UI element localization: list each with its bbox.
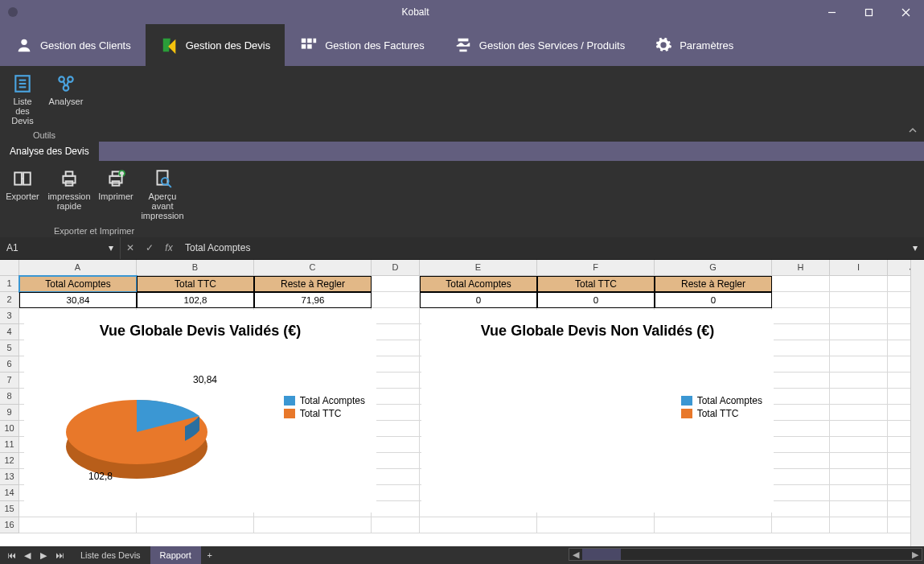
- cell[interactable]: [372, 517, 420, 533]
- horizontal-scrollbar[interactable]: ◀ ▶: [569, 548, 922, 561]
- row-header[interactable]: 11: [0, 437, 19, 453]
- cell[interactable]: [372, 405, 420, 421]
- cell[interactable]: [372, 389, 420, 405]
- cell[interactable]: [772, 308, 830, 324]
- cell[interactable]: [830, 421, 888, 437]
- fx-button[interactable]: fx: [159, 242, 179, 253]
- cell[interactable]: [830, 356, 888, 373]
- col-header[interactable]: H: [772, 260, 830, 276]
- btn-impression-rapide[interactable]: impression rapide: [47, 166, 92, 222]
- col-header[interactable]: B: [137, 260, 254, 276]
- cell[interactable]: [772, 276, 830, 292]
- cell[interactable]: [888, 421, 910, 437]
- cell[interactable]: [372, 437, 420, 453]
- cell[interactable]: [888, 517, 910, 533]
- cell[interactable]: [372, 485, 420, 501]
- expand-formula-icon[interactable]: ▾: [913, 242, 918, 253]
- cell[interactable]: [830, 308, 888, 324]
- row-header[interactable]: 1: [0, 276, 19, 292]
- cell[interactable]: [420, 517, 537, 533]
- close-button[interactable]: [887, 0, 924, 24]
- row-header[interactable]: 3: [0, 308, 19, 324]
- cell[interactable]: [772, 453, 830, 469]
- cell[interactable]: [372, 469, 420, 485]
- sheet-tab-liste[interactable]: Liste des Devis: [71, 546, 150, 564]
- cell[interactable]: 0: [537, 292, 655, 308]
- cell[interactable]: [372, 324, 420, 340]
- tab-parametres[interactable]: Paramètres: [639, 24, 748, 66]
- cell[interactable]: [830, 340, 888, 356]
- cell[interactable]: [830, 324, 888, 340]
- cell[interactable]: [888, 340, 910, 356]
- cell[interactable]: [830, 469, 888, 485]
- name-box[interactable]: A1 ▾: [0, 237, 121, 259]
- cell[interactable]: [830, 501, 888, 517]
- scroll-right-icon[interactable]: ▶: [909, 549, 922, 560]
- row-header[interactable]: 5: [0, 340, 19, 356]
- cell[interactable]: [372, 340, 420, 356]
- cancel-formula-button[interactable]: ✕: [121, 242, 140, 253]
- cell[interactable]: [830, 405, 888, 421]
- formula-input[interactable]: Total Acomptes ▾: [179, 237, 924, 259]
- cell[interactable]: [372, 276, 420, 292]
- cell[interactable]: [888, 453, 910, 469]
- cell[interactable]: [772, 389, 830, 405]
- cell[interactable]: [372, 292, 420, 308]
- maximize-button[interactable]: [850, 0, 887, 24]
- cell[interactable]: [372, 453, 420, 469]
- row-header[interactable]: 16: [0, 517, 19, 533]
- cell[interactable]: [888, 276, 910, 292]
- row-header[interactable]: 2: [0, 292, 19, 308]
- row-header[interactable]: 9: [0, 405, 19, 421]
- cell[interactable]: [772, 292, 830, 308]
- row-header[interactable]: 14: [0, 485, 19, 501]
- btn-analyser[interactable]: Analyser: [47, 71, 85, 127]
- add-sheet-button[interactable]: +: [201, 550, 219, 560]
- col-header[interactable]: G: [655, 260, 772, 276]
- cell[interactable]: [772, 501, 830, 517]
- cell[interactable]: [772, 421, 830, 437]
- cell[interactable]: 0: [655, 292, 772, 308]
- cell[interactable]: [772, 517, 830, 533]
- row-header[interactable]: 4: [0, 324, 19, 340]
- cell[interactable]: [888, 405, 910, 421]
- cell[interactable]: [254, 517, 372, 533]
- cell[interactable]: Total Acomptes: [19, 276, 137, 292]
- cell[interactable]: [372, 373, 420, 389]
- row-header[interactable]: 15: [0, 501, 19, 517]
- cell[interactable]: [772, 485, 830, 501]
- cell[interactable]: [772, 356, 830, 373]
- cell[interactable]: [372, 356, 420, 373]
- row-header[interactable]: 12: [0, 453, 19, 469]
- cell[interactable]: [888, 356, 910, 373]
- row-header[interactable]: 7: [0, 373, 19, 389]
- cell[interactable]: [888, 501, 910, 517]
- cell[interactable]: [772, 340, 830, 356]
- scroll-left-icon[interactable]: ◀: [569, 549, 582, 560]
- col-header[interactable]: F: [537, 260, 655, 276]
- ribbon-collapse-icon[interactable]: [908, 124, 918, 138]
- cell[interactable]: [830, 389, 888, 405]
- cell[interactable]: Total TTC: [537, 276, 655, 292]
- row-header[interactable]: 10: [0, 421, 19, 437]
- cell[interactable]: [830, 276, 888, 292]
- cell[interactable]: [888, 389, 910, 405]
- cell[interactable]: [888, 324, 910, 340]
- cell[interactable]: [655, 517, 772, 533]
- row-header[interactable]: 8: [0, 389, 19, 405]
- cell[interactable]: [772, 469, 830, 485]
- col-header[interactable]: J: [888, 260, 910, 276]
- cell[interactable]: 30,84: [19, 292, 137, 308]
- cell[interactable]: [888, 437, 910, 453]
- cell[interactable]: 102,8: [137, 292, 254, 308]
- cell[interactable]: [772, 373, 830, 389]
- col-header[interactable]: I: [830, 260, 888, 276]
- cell[interactable]: [830, 453, 888, 469]
- cell[interactable]: [888, 308, 910, 324]
- tab-clients[interactable]: Gestion des Clients: [0, 24, 146, 66]
- col-header[interactable]: A: [19, 260, 137, 276]
- btn-exporter[interactable]: Exporter: [3, 166, 42, 222]
- sheet-tab-rapport[interactable]: Rapport: [150, 546, 201, 564]
- cell[interactable]: Reste à Regler: [254, 276, 372, 292]
- cell[interactable]: [372, 421, 420, 437]
